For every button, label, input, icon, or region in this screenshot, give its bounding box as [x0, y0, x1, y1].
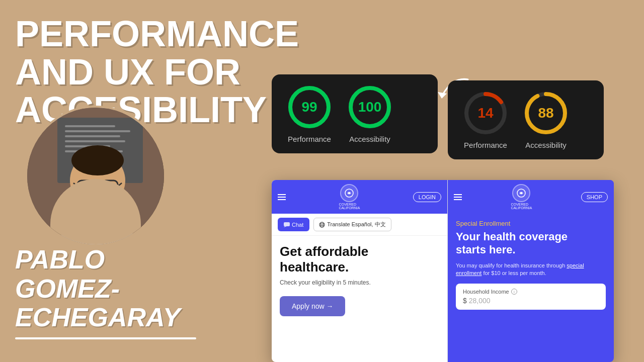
hamburger-menu-bad[interactable]: [454, 194, 462, 200]
svg-point-33: [321, 222, 324, 227]
svg-rect-5: [65, 140, 125, 142]
svg-rect-2: [65, 125, 115, 127]
chat-button[interactable]: Chat: [278, 218, 309, 231]
logo-circle-bad: [512, 184, 530, 202]
accessibility-circle-good: 100: [347, 84, 392, 130]
bad-headline: Your health coverage starts here.: [456, 230, 606, 257]
svg-point-9: [71, 145, 124, 175]
presenter-name: PABLO GOMEZ- ECHEGARAY: [15, 245, 180, 332]
title-line1: PERFORMANCE AND UX FOR: [15, 15, 267, 91]
income-placeholder: 28,000: [469, 297, 491, 305]
svg-rect-17: [90, 206, 105, 221]
accessibility-label-good: Accessibility: [349, 135, 390, 143]
mockup-good: COVEREDCALIFORNIA LOGIN Chat Translate E…: [272, 180, 448, 362]
covered-ca-logo-good: COVEREDCALIFORNIA: [339, 184, 360, 210]
svg-marker-31: [284, 226, 287, 227]
mockup-bad-content: Special Enrollment Your health coverage …: [448, 214, 614, 362]
shop-button[interactable]: SHOP: [581, 192, 608, 202]
special-enrollment-link[interactable]: special enrollment: [456, 262, 584, 276]
accessibility-score-good: 100 Accessibility: [347, 84, 392, 143]
mockup-container: COVEREDCALIFORNIA LOGIN Chat Translate E…: [272, 180, 614, 362]
performance-number-bad: 14: [477, 105, 493, 121]
logo-circle-good: [340, 184, 358, 202]
mockup-bad: COVEREDCALIFORNIA SHOP Special Enrollmen…: [448, 180, 614, 362]
performance-circle-bad: 14: [463, 90, 508, 136]
mockup-good-nav: COVEREDCALIFORNIA LOGIN: [272, 180, 447, 214]
svg-point-37: [520, 192, 522, 194]
presenter-name-line3: ECHEGARAY: [15, 303, 180, 332]
apply-now-button[interactable]: Apply now →: [280, 296, 345, 316]
performance-circle-good: 99: [287, 84, 332, 130]
svg-line-13: [73, 183, 76, 186]
score-card-good: 99 Performance 100 Accessibility: [272, 74, 438, 153]
svg-rect-10: [77, 180, 94, 191]
income-input[interactable]: $ 28,000: [463, 297, 599, 305]
performance-number-good: 99: [301, 99, 317, 115]
accessibility-number-good: 100: [358, 99, 382, 115]
svg-point-32: [319, 222, 325, 227]
presenter-avatar: [25, 106, 166, 246]
accessibility-circle-bad: 88: [523, 90, 569, 136]
mockup-good-toolbar: Chat Translate Español, 中文: [272, 214, 447, 236]
performance-label-good: Performance: [288, 135, 331, 143]
income-label: Household Income i: [463, 289, 599, 295]
good-headline: Get affordable healthcare.: [280, 244, 439, 275]
income-box: Household Income i $ 28,000: [456, 284, 606, 310]
svg-point-15: [83, 183, 89, 188]
presenter-name-line1: PABLO: [15, 245, 180, 274]
score-card-bad: 14 Performance 88 Accessibility: [448, 80, 604, 159]
performance-label-bad: Performance: [464, 141, 507, 149]
translate-label: Translate Español, 中文: [327, 221, 385, 228]
name-underline: [15, 337, 196, 339]
special-enrollment-label: Special Enrollment: [456, 220, 606, 227]
accessibility-label-bad: Accessibility: [525, 141, 567, 149]
logo-text-bad: COVEREDCALIFORNIA: [511, 203, 532, 210]
accessibility-score-bad: 88 Accessibility: [523, 90, 569, 149]
translate-button[interactable]: Translate Español, 中文: [313, 218, 391, 231]
bad-subtext: You may qualify for health insurance thr…: [456, 262, 606, 278]
mockup-bad-nav: COVEREDCALIFORNIA SHOP: [448, 180, 614, 214]
performance-score-bad: 14 Performance: [463, 90, 508, 149]
logo-text-good: COVEREDCALIFORNIA: [339, 203, 360, 210]
svg-text:i: i: [514, 290, 515, 294]
chat-label: Chat: [292, 222, 303, 228]
svg-rect-30: [284, 222, 290, 226]
performance-score-good: 99 Performance: [287, 84, 332, 143]
covered-ca-logo-bad: COVEREDCALIFORNIA: [511, 184, 532, 210]
presenter-name-line2: GOMEZ-: [15, 275, 180, 303]
hamburger-menu-good[interactable]: [278, 194, 286, 200]
svg-point-16: [107, 183, 113, 188]
svg-point-18: [60, 221, 135, 246]
svg-rect-4: [65, 135, 120, 137]
login-button[interactable]: LOGIN: [413, 192, 441, 202]
accessibility-number-bad: 88: [538, 105, 553, 121]
good-subtext: Check your eligibility in 5 minutes.: [280, 279, 439, 286]
svg-point-29: [348, 192, 350, 194]
svg-marker-23: [438, 92, 447, 99]
mockup-good-content: Get affordable healthcare. Check your el…: [272, 236, 447, 362]
svg-rect-3: [65, 130, 130, 132]
